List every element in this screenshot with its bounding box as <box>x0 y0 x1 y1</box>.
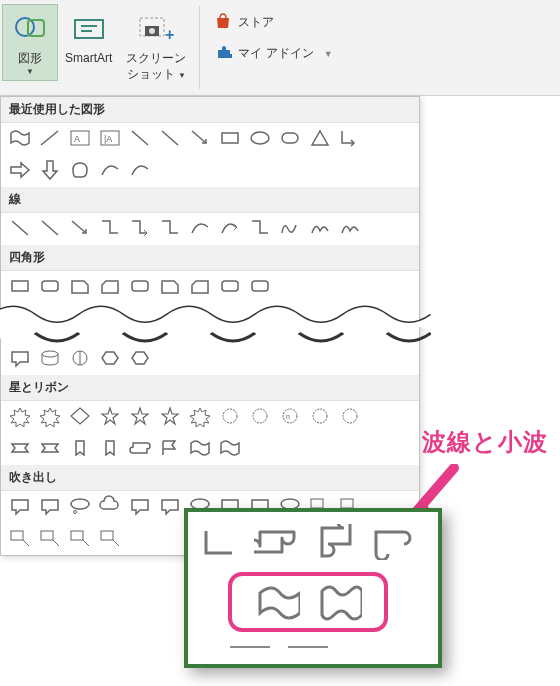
shape-stars2-1[interactable] <box>37 437 63 459</box>
shape-stars1-5[interactable] <box>157 405 183 427</box>
section-lines: 線 <box>1 187 419 213</box>
shape-recent2-3[interactable] <box>97 159 123 181</box>
shape-stars1-2[interactable] <box>67 405 93 427</box>
shape-stars2-4[interactable] <box>127 437 153 459</box>
svg-marker-34 <box>71 408 89 424</box>
shape-recent1-0[interactable] <box>7 127 33 149</box>
svg-rect-25 <box>42 281 58 291</box>
shape-recent1-10[interactable] <box>307 127 333 149</box>
shape-recent1-3[interactable]: |A <box>97 127 123 149</box>
shape-call1-4[interactable] <box>127 495 153 517</box>
shape-call1-2[interactable] <box>67 495 93 517</box>
shape-call1-0[interactable] <box>7 495 33 517</box>
shape-call1-5[interactable] <box>157 495 183 517</box>
zoom-shape-line <box>196 522 242 562</box>
shape-rects-0[interactable] <box>7 275 33 297</box>
my-addins-button[interactable]: マイ アドイン ▼ <box>214 43 332 64</box>
shape-lines-0[interactable] <box>7 217 33 239</box>
shape-stars2-5[interactable] <box>157 437 183 459</box>
shape-stars1-0[interactable] <box>7 405 33 427</box>
svg-text:+: + <box>165 26 174 43</box>
shape-basic-4[interactable] <box>127 347 153 369</box>
shape-stars1-7[interactable] <box>217 405 243 427</box>
shape-stars1-10[interactable] <box>307 405 333 427</box>
shape-lines-11[interactable] <box>337 217 363 239</box>
shape-recent1-6[interactable] <box>187 127 213 149</box>
shape-stars2-7[interactable] <box>217 437 243 459</box>
shape-rects-2[interactable] <box>67 275 93 297</box>
shape-lines-9[interactable] <box>277 217 303 239</box>
shape-stars1-11[interactable] <box>337 405 363 427</box>
wave-shape[interactable] <box>254 582 300 622</box>
shape-basic-1[interactable] <box>37 347 63 369</box>
shape-recent1-5[interactable] <box>157 127 183 149</box>
shape-lines-3[interactable] <box>97 217 123 239</box>
shape-recent1-8[interactable] <box>247 127 273 149</box>
shape-call2-0[interactable] <box>7 527 33 549</box>
shape-stars1-4[interactable] <box>127 405 153 427</box>
zoom-row1 <box>196 522 430 562</box>
shape-rects-3[interactable] <box>97 275 123 297</box>
shape-rects-8[interactable] <box>247 275 273 297</box>
double-wave-shape[interactable] <box>316 582 362 622</box>
shape-recent1-11[interactable] <box>337 127 363 149</box>
shape-call2-2[interactable] <box>67 527 93 549</box>
svg-rect-27 <box>222 281 238 291</box>
shape-recent1-2[interactable]: A <box>67 127 93 149</box>
shape-lines-10[interactable] <box>307 217 333 239</box>
shape-rects-4[interactable] <box>127 275 153 297</box>
ribbon-top: 図形 ▼ SmartArt + スクリーン ショット ▼ ストア マイ アド <box>0 0 560 96</box>
shape-basic-0[interactable] <box>7 347 33 369</box>
shape-recent2-1[interactable] <box>37 159 63 181</box>
shape-call1-3[interactable] <box>97 495 123 517</box>
shape-rects-7[interactable] <box>217 275 243 297</box>
shape-recent1-7[interactable] <box>217 127 243 149</box>
shape-rects-5[interactable] <box>157 275 183 297</box>
shape-stars1-9[interactable]: n <box>277 405 303 427</box>
shape-call1-1[interactable] <box>37 495 63 517</box>
shape-stars2-3[interactable] <box>97 437 123 459</box>
store-label: ストア <box>238 14 274 31</box>
shape-lines-7[interactable] <box>217 217 243 239</box>
shape-recent2-4[interactable] <box>127 159 153 181</box>
shape-stars1-6[interactable] <box>187 405 213 427</box>
shape-recent2-0[interactable] <box>7 159 33 181</box>
chevron-down-icon: ▼ <box>26 67 34 76</box>
shape-stars1-3[interactable] <box>97 405 123 427</box>
shape-basic-2[interactable] <box>67 347 93 369</box>
shape-stars1-8[interactable] <box>247 405 273 427</box>
svg-rect-50 <box>311 499 323 508</box>
shapes-button[interactable]: 図形 ▼ <box>2 4 58 81</box>
svg-rect-28 <box>252 281 268 291</box>
section-stars: 星とリボン <box>1 375 419 401</box>
shape-stars2-0[interactable] <box>7 437 33 459</box>
ribbon-group-illustrations: 図形 ▼ SmartArt + スクリーン ショット ▼ <box>0 0 195 95</box>
shape-lines-6[interactable] <box>187 217 213 239</box>
shape-basic-3[interactable] <box>97 347 123 369</box>
shape-stars2-2[interactable] <box>67 437 93 459</box>
shape-lines-8[interactable] <box>247 217 273 239</box>
shape-rects-6[interactable] <box>187 275 213 297</box>
shape-stars1-1[interactable] <box>37 405 63 427</box>
shape-lines-4[interactable] <box>127 217 153 239</box>
svg-marker-32 <box>102 352 118 364</box>
shapes-dropdown: 最近使用した図形 A|A 線 四角形 星とリボン n 吹き出し <box>0 96 420 556</box>
shape-call2-3[interactable] <box>97 527 123 549</box>
shape-call2-1[interactable] <box>37 527 63 549</box>
shape-recent1-9[interactable] <box>277 127 303 149</box>
shape-lines-5[interactable] <box>157 217 183 239</box>
shape-rects-1[interactable] <box>37 275 63 297</box>
shape-recent1-1[interactable] <box>37 127 63 149</box>
svg-rect-19 <box>282 133 298 143</box>
store-button[interactable]: ストア <box>214 12 332 33</box>
shape-lines-2[interactable] <box>67 217 93 239</box>
shape-stars2-6[interactable] <box>187 437 213 459</box>
smartart-button[interactable]: SmartArt <box>58 4 119 70</box>
shape-lines-1[interactable] <box>37 217 63 239</box>
zoom-shape-scroll2 <box>312 522 358 562</box>
svg-text:A: A <box>74 134 80 144</box>
shape-recent1-4[interactable] <box>127 127 153 149</box>
shape-recent2-2[interactable] <box>67 159 93 181</box>
chevron-down-icon: ▼ <box>178 71 186 80</box>
screenshot-button[interactable]: + スクリーン ショット ▼ <box>119 4 193 87</box>
